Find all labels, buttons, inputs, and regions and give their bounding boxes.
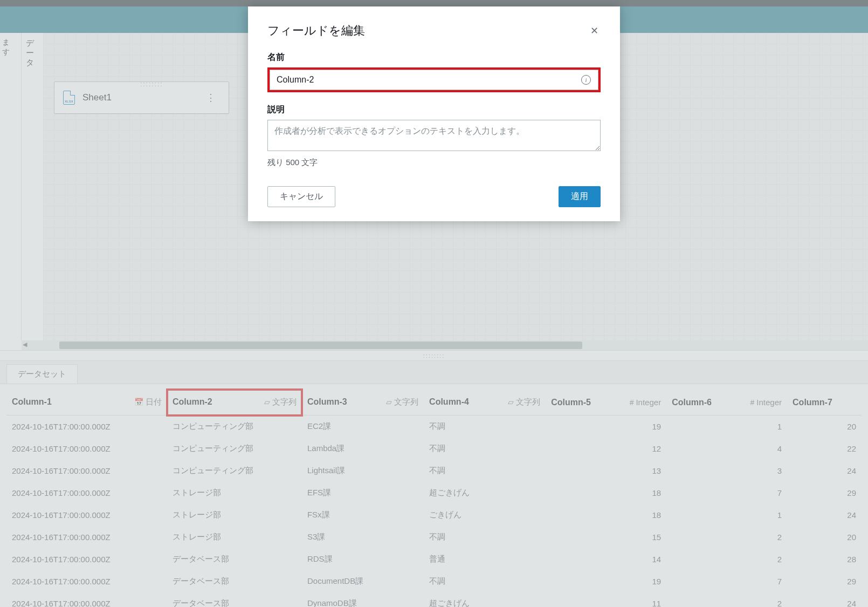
modal-overlay[interactable]: フィールドを編集 ✕ 名前 i 説明 残り 500 文字 キャンセル 適用 [0,0,868,607]
name-input-highlight: i [267,67,601,92]
char-count: 残り 500 文字 [267,158,601,168]
apply-button[interactable]: 適用 [559,186,601,207]
name-label: 名前 [267,52,601,63]
cancel-button[interactable]: キャンセル [267,186,335,207]
info-icon[interactable]: i [581,75,591,85]
close-icon[interactable]: ✕ [588,23,601,39]
field-name-input[interactable] [270,70,598,90]
edit-field-modal: フィールドを編集 ✕ 名前 i 説明 残り 500 文字 キャンセル 適用 [248,6,620,221]
modal-title: フィールドを編集 [267,23,365,39]
description-textarea[interactable] [267,120,601,151]
description-label: 説明 [267,104,601,115]
